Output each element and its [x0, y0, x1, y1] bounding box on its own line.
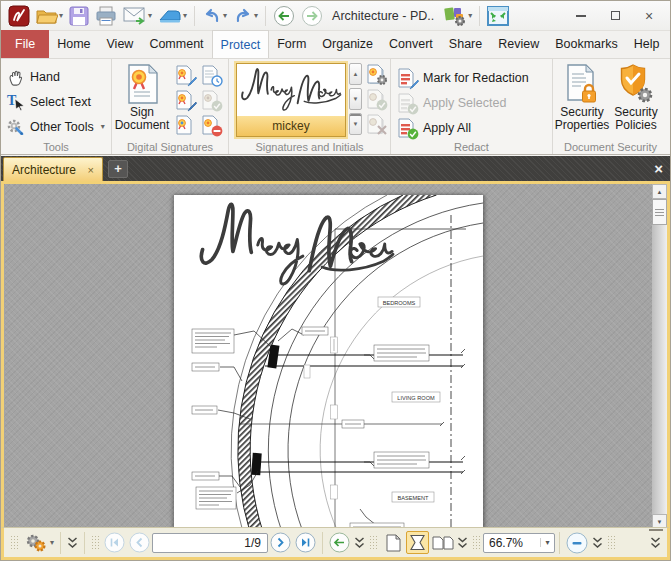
minimize-button[interactable]: [564, 4, 598, 28]
signature-scroll-down-button[interactable]: ▼: [349, 88, 362, 110]
scrollbar-thumb[interactable]: [652, 199, 667, 225]
nav-forward-button[interactable]: [299, 3, 325, 29]
tab-bookmarks[interactable]: Bookmarks: [547, 30, 626, 58]
email-dropdown[interactable]: ▾: [148, 11, 152, 20]
delete-signature-icon[interactable]: [366, 114, 386, 134]
expand-status-options-button[interactable]: [650, 537, 661, 549]
security-properties-button[interactable]: Security Properties: [555, 62, 609, 138]
last-page-button[interactable]: [295, 532, 316, 553]
tab-convert[interactable]: Convert: [381, 30, 441, 58]
apply-selected-button[interactable]: Apply Selected: [397, 90, 546, 115]
zoom-out-button[interactable]: [566, 532, 588, 554]
fit-visible-layout-button[interactable]: [406, 531, 429, 554]
tab-form[interactable]: Form: [269, 30, 314, 58]
document-viewport[interactable]: BEDROOMS LIVING ROOM BASEMENT ▲ ▼: [1, 181, 670, 529]
security-policies-label: Security Policies: [609, 106, 663, 132]
first-page-button[interactable]: [104, 532, 125, 553]
previous-view-button[interactable]: [329, 532, 350, 553]
zoom-dropdown[interactable]: ▾: [540, 538, 554, 547]
redo-dropdown[interactable]: ▾: [254, 11, 258, 20]
new-tab-button[interactable]: +: [108, 160, 128, 178]
document-tab-architecture[interactable]: Architecture ×: [3, 157, 103, 181]
mark-redaction-icon: [397, 68, 417, 88]
print-button[interactable]: [93, 3, 119, 29]
architecture-drawing: BEDROOMS LIVING ROOM BASEMENT: [174, 195, 483, 529]
security-policies-button[interactable]: Security Policies: [609, 62, 663, 138]
apply-all-label: Apply All: [423, 121, 471, 135]
apply-signature-icon[interactable]: [366, 89, 386, 109]
zoom-level-combo[interactable]: 66.7% ▾: [483, 533, 555, 553]
sign-document-button[interactable]: Sign Document: [114, 62, 170, 138]
undo-button[interactable]: ▾: [200, 3, 229, 29]
vertical-scrollbar[interactable]: ▲ ▼: [652, 184, 667, 529]
scroll-up-button[interactable]: ▲: [652, 184, 667, 199]
pan-zoom-tools-button[interactable]: ▾: [23, 532, 54, 554]
ui-options-dropdown[interactable]: ▾: [468, 11, 472, 20]
signature-tile-mickey[interactable]: mickey: [236, 63, 346, 137]
previous-page-button[interactable]: [129, 532, 150, 553]
validate-signatures-icon[interactable]: [201, 90, 221, 110]
ribbon: Hand T Select Text Other Tools ▾ Tools: [1, 59, 670, 155]
pdf-xchange-window: ▾ ▾ ▾ ▾ ▾ Architectur: [0, 0, 671, 561]
sign-field-icon[interactable]: [175, 65, 195, 85]
expand-zoom-button[interactable]: [592, 537, 603, 549]
certify-document-icon[interactable]: [175, 90, 195, 110]
next-page-button[interactable]: [270, 532, 291, 553]
window-close-button[interactable]: ×: [632, 4, 666, 28]
other-tools-dropdown[interactable]: ▾: [101, 122, 105, 131]
sign-document-label: Sign Document: [114, 106, 170, 132]
expand-view-history-button[interactable]: [354, 537, 365, 549]
tab-organize[interactable]: Organize: [314, 30, 381, 58]
group-label-digital-signatures: Digital Signatures: [112, 141, 228, 153]
save-button[interactable]: [67, 3, 91, 29]
undo-dropdown[interactable]: ▾: [223, 11, 227, 20]
group-document-security: Security Properties Security Policies Do…: [553, 59, 668, 154]
email-button[interactable]: ▾: [121, 3, 154, 29]
single-page-layout-button[interactable]: [381, 531, 404, 554]
timestamp-document-icon[interactable]: [201, 65, 221, 85]
scan-dropdown[interactable]: ▾: [183, 11, 187, 20]
select-text-button[interactable]: T Select Text: [7, 89, 105, 114]
group-digital-signatures: Sign Document: [112, 59, 229, 154]
tab-home[interactable]: Home: [49, 30, 98, 58]
open-file-button[interactable]: ▾: [34, 3, 65, 29]
page-number-field[interactable]: [152, 533, 268, 553]
tab-view[interactable]: View: [99, 30, 142, 58]
hand-tool-button[interactable]: Hand: [7, 64, 105, 89]
add-signature-icon[interactable]: [175, 115, 195, 135]
pan-zoom-dropdown[interactable]: ▾: [50, 538, 54, 547]
document-tab-close-icon[interactable]: ×: [88, 164, 94, 176]
tab-help[interactable]: Help: [626, 30, 668, 58]
apply-all-icon: [397, 118, 417, 138]
pdf-page[interactable]: BEDROOMS LIVING ROOM BASEMENT: [174, 195, 483, 529]
nav-toolbar-grip[interactable]: [91, 535, 100, 551]
signature-scroll-up-button[interactable]: ▲: [349, 63, 362, 85]
maximize-button[interactable]: [598, 4, 632, 28]
manage-signatures-icon[interactable]: [366, 64, 386, 84]
pane-splitter-handle[interactable]: [649, 529, 663, 533]
expand-toolbar-button[interactable]: [67, 537, 78, 549]
mark-for-redaction-button[interactable]: Mark for Redaction: [397, 65, 546, 90]
ui-options-button[interactable]: ▾: [441, 3, 474, 29]
expand-layout-button[interactable]: [457, 537, 468, 549]
clear-signatures-icon[interactable]: [201, 115, 221, 135]
close-document-button[interactable]: ×: [654, 160, 663, 177]
tab-comment[interactable]: Comment: [141, 30, 211, 58]
tab-review[interactable]: Review: [490, 30, 547, 58]
scan-button[interactable]: ▾: [156, 3, 189, 29]
other-tools-button[interactable]: Other Tools ▾: [7, 114, 105, 139]
signature-gallery-expand-button[interactable]: ▼: [349, 113, 362, 135]
nav-back-button[interactable]: [271, 3, 297, 29]
layout-toolbar-grip[interactable]: [369, 535, 378, 551]
fullscreen-button[interactable]: [485, 3, 511, 29]
tab-share[interactable]: Share: [441, 30, 490, 58]
zoom-toolbar-grip[interactable]: [472, 535, 481, 551]
toolbar-grip[interactable]: [10, 535, 19, 551]
tab-file[interactable]: File: [1, 30, 49, 58]
right-toolbar-grip[interactable]: [607, 535, 616, 551]
two-page-layout-button[interactable]: [431, 531, 454, 554]
apply-all-button[interactable]: Apply All: [397, 115, 546, 140]
tab-protect[interactable]: Protect: [212, 30, 270, 58]
open-file-dropdown[interactable]: ▾: [59, 11, 63, 20]
redo-button[interactable]: ▾: [231, 3, 260, 29]
